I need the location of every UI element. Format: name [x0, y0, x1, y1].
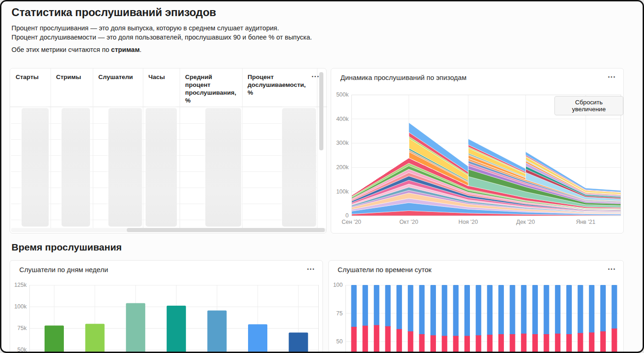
hour-bar-top-segment[interactable] — [611, 285, 617, 330]
redacted-values-listeners — [108, 108, 142, 227]
description-line-2: Процент дослушиваемости — это доля польз… — [11, 34, 312, 41]
hour-bar-bottom-segment[interactable] — [510, 334, 515, 353]
y-tick-label: 500k — [332, 91, 349, 98]
hour-bar-bottom-segment[interactable] — [487, 335, 492, 353]
hour-bar-bottom-segment[interactable] — [532, 334, 538, 353]
hour-bar-bottom-segment[interactable] — [408, 331, 413, 353]
hour-bar-top-segment[interactable] — [430, 285, 436, 336]
hour-bar-bottom-segment[interactable] — [498, 334, 504, 353]
weekday-bar[interactable] — [207, 310, 226, 353]
hour-bar-bottom-segment[interactable] — [374, 325, 379, 353]
y-tick-label: 400k — [332, 116, 349, 123]
hour-bar-bottom-segment[interactable] — [555, 334, 560, 353]
hour-bar-bottom-segment[interactable] — [589, 332, 594, 353]
episodes-chart-more-menu-button[interactable]: ••• — [608, 73, 616, 81]
x-tick-label: Дек '20 — [509, 219, 542, 226]
time-of-day-chart-title: Слушатели по времени суток — [338, 266, 431, 273]
metrics-note-suffix: . — [140, 46, 141, 53]
metrics-note-bold: стримам — [111, 46, 140, 53]
hour-bar-top-segment[interactable] — [487, 285, 492, 336]
column-header-starts[interactable]: Старты — [10, 68, 51, 107]
hour-bar-top-segment[interactable] — [498, 285, 504, 335]
weekday-bar[interactable] — [85, 324, 105, 353]
hour-bar-bottom-segment[interactable] — [385, 326, 390, 353]
hour-bar-top-segment[interactable] — [442, 285, 447, 337]
section-listening-time-title: Время прослушивания — [11, 242, 122, 253]
column-header-streams[interactable]: Стримы — [51, 68, 93, 107]
y-tick-label: 0 — [332, 212, 349, 219]
description-line-1: Процент прослушивания — это доля выпуска… — [11, 24, 279, 32]
column-header-avg-listen-percent[interactable]: Средний процент прослушивания, % — [180, 68, 242, 107]
weekday-bar[interactable] — [45, 325, 64, 353]
y-tick-label: 100k — [332, 188, 349, 195]
episodes-dynamics-card: Динамика прослушиваний по эпизодам ••• С… — [331, 68, 624, 233]
metrics-note: Обе этих метрики считаются по стримам. — [11, 46, 141, 53]
hour-bar-top-segment[interactable] — [362, 285, 368, 327]
table-horizontal-scrollbar-thumb[interactable] — [127, 228, 325, 232]
hour-bar-top-segment[interactable] — [589, 285, 594, 333]
y-tick-label: 75 — [331, 310, 343, 317]
hour-bar-bottom-segment[interactable] — [464, 336, 470, 353]
hour-bar-bottom-segment[interactable] — [396, 329, 402, 353]
weekday-bar-plot[interactable] — [29, 285, 319, 353]
table-horizontal-scrollbar-track[interactable] — [11, 228, 326, 232]
hour-bar-top-segment[interactable] — [374, 285, 379, 326]
time-of-day-listeners-card: Слушатели по времени суток ••• 1007550 — [328, 260, 624, 353]
hour-bar-bottom-segment[interactable] — [453, 336, 458, 353]
hour-bar-top-segment[interactable] — [396, 285, 402, 330]
time-of-day-chart-more-menu-button[interactable]: ••• — [608, 265, 616, 273]
hour-bar-top-segment[interactable] — [544, 285, 549, 335]
hour-bar-top-segment[interactable] — [453, 285, 458, 337]
weekday-bar[interactable] — [126, 303, 145, 353]
table-header-row: Старты Стримы Слушатели Часы Средний про… — [10, 68, 327, 107]
dashboard-frame: Статистика прослушиваний эпизодов Процен… — [0, 0, 644, 353]
redacted-values-completion — [282, 108, 316, 227]
hour-bar-top-segment[interactable] — [408, 285, 413, 332]
hour-bar-bottom-segment[interactable] — [362, 326, 368, 353]
redacted-values-avg-percent — [205, 108, 241, 227]
hour-bar-bottom-segment[interactable] — [476, 335, 481, 353]
x-tick-label: Янв '21 — [570, 219, 602, 226]
weekday-chart-more-menu-button[interactable]: ••• — [307, 265, 315, 273]
hour-bar-bottom-segment[interactable] — [351, 327, 357, 353]
y-tick-label: 300k — [332, 140, 349, 147]
hour-bar-bottom-segment[interactable] — [442, 336, 447, 353]
hour-bar-top-segment[interactable] — [532, 285, 538, 335]
weekday-bar[interactable] — [248, 325, 267, 353]
reset-zoom-button[interactable]: Сбросить увеличение — [554, 96, 623, 115]
hour-bar-top-segment[interactable] — [476, 285, 481, 336]
weekday-bar[interactable] — [289, 332, 308, 353]
column-header-listeners[interactable]: Слушатели — [93, 68, 143, 107]
hour-bar-top-segment[interactable] — [351, 285, 357, 328]
hour-bar-bottom-segment[interactable] — [521, 334, 526, 353]
episodes-table-card: Старты Стримы Слушатели Часы Средний про… — [10, 68, 327, 233]
time-of-day-bar-plot[interactable] — [345, 285, 618, 353]
y-tick-label: 50 — [331, 338, 343, 345]
x-tick-label: Окт '20 — [393, 219, 425, 226]
y-tick-label: 100 — [331, 282, 343, 289]
hour-bar-bottom-segment[interactable] — [430, 335, 436, 353]
hour-bar-top-segment[interactable] — [419, 285, 424, 335]
redacted-values-hours — [146, 108, 177, 227]
hour-bar-top-segment[interactable] — [510, 285, 515, 335]
column-header-completion-percent[interactable]: Процент дослушиваемости, % — [242, 68, 309, 107]
column-header-hours[interactable]: Часы — [143, 68, 180, 107]
hour-bar-bottom-segment[interactable] — [578, 333, 583, 353]
hour-bar-top-segment[interactable] — [521, 285, 526, 335]
hour-bar-bottom-segment[interactable] — [566, 334, 572, 353]
hour-bar-top-segment[interactable] — [385, 285, 390, 327]
hour-bar-bottom-segment[interactable] — [600, 331, 606, 353]
weekday-chart-title: Слушатели по дням недели — [19, 266, 108, 273]
hour-bar-bottom-segment[interactable] — [419, 334, 424, 353]
table-more-menu-button[interactable]: ••• — [311, 72, 320, 80]
episodes-chart-title: Динамика прослушиваний по эпизодам — [340, 74, 467, 81]
weekday-bar[interactable] — [167, 306, 186, 353]
hour-bar-top-segment[interactable] — [600, 285, 606, 332]
hour-bar-top-segment[interactable] — [464, 285, 470, 337]
hour-bar-top-segment[interactable] — [578, 285, 583, 334]
hour-bar-bottom-segment[interactable] — [544, 334, 549, 353]
hour-bar-top-segment[interactable] — [566, 285, 572, 335]
hour-bar-bottom-segment[interactable] — [611, 329, 617, 353]
table-vertical-scrollbar[interactable] — [319, 72, 323, 150]
hour-bar-top-segment[interactable] — [555, 285, 560, 335]
